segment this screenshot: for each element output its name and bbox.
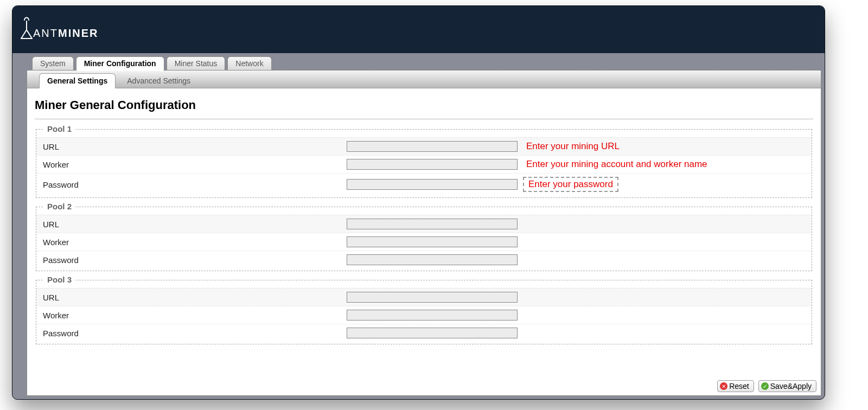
pool-1-password-input[interactable] [347, 179, 518, 190]
pool-3-worker-label: Worker [43, 311, 347, 320]
brand-suffix: MINER [58, 27, 98, 39]
pool-1-worker-label: Worker [43, 160, 347, 169]
top-header: ANTMINER [12, 6, 825, 53]
tab-miner-configuration[interactable]: Miner Configuration [76, 56, 164, 71]
pool-3-password-input[interactable] [347, 328, 518, 338]
app-window: ANTMINER System Miner Configuration Mine… [12, 5, 825, 400]
pool-1-worker-input[interactable] [347, 159, 518, 170]
pool-3-password-row: Password [36, 324, 812, 342]
pool-1-worker-row: Worker Enter your mining account and wor… [36, 155, 812, 173]
pool-1-url-input[interactable] [347, 141, 518, 152]
tab-miner-status[interactable]: Miner Status [167, 56, 226, 71]
page-content: Miner General Configuration Pool 1 URL E… [27, 88, 821, 358]
pool-2-section: Pool 2 URL Worker Password [36, 207, 812, 271]
pool-3-password-label: Password [43, 329, 347, 338]
pool-1-password-row: Password Enter your password [36, 173, 812, 195]
pool-2-worker-row: Worker [36, 233, 812, 251]
tab-system[interactable]: System [32, 56, 74, 71]
antminer-logo-icon [19, 16, 34, 40]
save-apply-button-label: Save&Apply [770, 382, 812, 390]
page-title: Miner General Configuration [35, 98, 815, 112]
sub-tabs: General Settings Advanced Settings [27, 71, 821, 88]
pool-3-url-label: URL [43, 293, 347, 302]
pool-1-password-label: Password [43, 180, 347, 189]
main-tabs: System Miner Configuration Miner Status … [32, 56, 272, 71]
pool-2-legend: Pool 2 [44, 202, 75, 211]
pool-1-legend: Pool 1 [44, 124, 75, 133]
pool-3-section: Pool 3 URL Worker Password [36, 280, 812, 344]
pool-2-worker-input[interactable] [347, 236, 518, 247]
tab-network[interactable]: Network [227, 56, 271, 71]
pool-3-legend: Pool 3 [44, 275, 75, 284]
pool-2-password-label: Password [43, 255, 347, 265]
pool-2-password-input[interactable] [347, 254, 518, 265]
pool-1-section: Pool 1 URL Enter your mining URL Worker … [36, 129, 812, 198]
pool-3-url-row: URL [36, 288, 812, 306]
content-panel: General Settings Advanced Settings Miner… [27, 70, 821, 396]
reset-button[interactable]: ✕ Reset [717, 380, 754, 392]
pool-2-worker-label: Worker [43, 238, 347, 247]
brand-logo: ANTMINER [19, 16, 98, 40]
reset-button-label: Reset [729, 382, 749, 390]
brand-prefix: ANT [33, 27, 58, 39]
subtab-general-settings[interactable]: General Settings [39, 73, 116, 88]
pool-3-worker-input[interactable] [347, 310, 518, 321]
pool-2-url-input[interactable] [347, 219, 518, 229]
pool-1-worker-hint: Enter your mining account and worker nam… [526, 159, 707, 170]
pool-1-url-label: URL [43, 142, 347, 151]
title-divider [35, 119, 813, 119]
pool-3-worker-row: Worker [36, 306, 812, 324]
pool-3-url-input[interactable] [347, 292, 518, 303]
pool-1-url-hint: Enter your mining URL [526, 141, 620, 152]
pool-2-url-label: URL [43, 220, 347, 229]
action-buttons: ✕ Reset ✓ Save&Apply [717, 380, 816, 392]
check-icon: ✓ [761, 382, 769, 390]
pool-2-url-row: URL [36, 215, 812, 233]
subtab-advanced-settings[interactable]: Advanced Settings [119, 73, 199, 88]
pool-2-password-row: Password [36, 251, 812, 268]
pool-1-password-hint: Enter your password [523, 177, 618, 192]
save-apply-button[interactable]: ✓ Save&Apply [758, 380, 816, 392]
pool-1-url-row: URL Enter your mining URL [36, 137, 812, 155]
close-icon: ✕ [720, 382, 727, 390]
